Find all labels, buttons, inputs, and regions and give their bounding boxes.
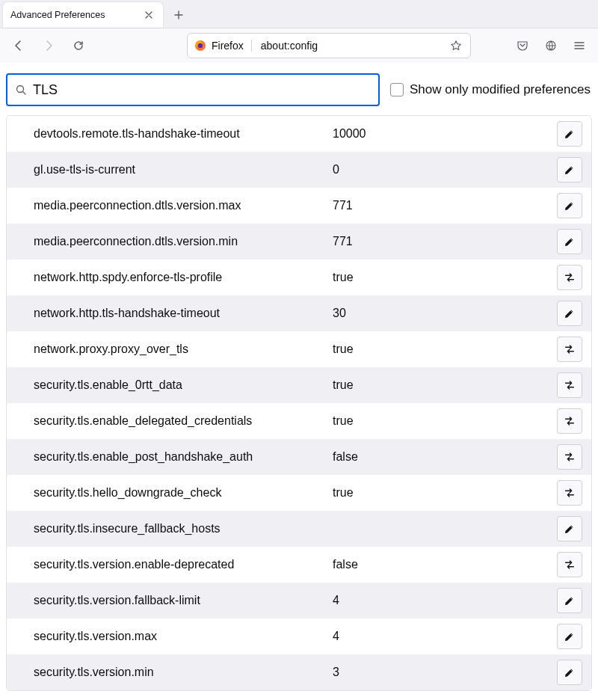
search-preferences-input-wrapper [6, 73, 380, 106]
toggle-icon [564, 271, 576, 283]
urlbar-identity-label: Firefox [212, 40, 252, 52]
pref-name: network.http.tls-handshake-timeout [34, 307, 333, 320]
edit-button[interactable] [557, 301, 582, 326]
pencil-icon [564, 236, 576, 248]
firefox-icon [194, 39, 207, 52]
edit-button[interactable] [557, 157, 582, 182]
pref-name: security.tls.version.enable-deprecated [34, 558, 333, 571]
pocket-icon[interactable] [511, 34, 534, 57]
pref-row: media.peerconnection.dtls.version.min771 [7, 224, 591, 260]
globe-icon[interactable] [540, 34, 562, 57]
edit-button[interactable] [557, 229, 582, 254]
pref-row: devtools.remote.tls-handshake-timeout100… [7, 116, 591, 152]
show-only-modified-label: Show only modified preferences [410, 82, 591, 97]
pref-value: false [333, 558, 557, 571]
pref-value: true [333, 378, 557, 392]
pencil-icon [564, 128, 576, 140]
pref-value: 10000 [333, 127, 557, 141]
new-tab-button[interactable] [167, 4, 190, 26]
toggle-button[interactable] [557, 552, 582, 577]
pref-row: security.tls.version.fallback-limit4 [7, 583, 591, 618]
edit-button[interactable] [557, 121, 582, 147]
reload-button[interactable] [67, 34, 90, 57]
edit-button[interactable] [557, 624, 582, 649]
pref-value: true [333, 271, 557, 284]
search-row: Show only modified preferences [0, 63, 598, 115]
search-preferences-input[interactable] [33, 82, 371, 98]
pref-name: security.tls.version.min [34, 666, 333, 679]
pref-name: media.peerconnection.dtls.version.min [34, 235, 333, 248]
pref-name: network.http.spdy.enforce-tls-profile [34, 271, 333, 284]
pref-value: true [333, 414, 557, 428]
pref-value: true [333, 343, 557, 356]
pref-row: security.tls.insecure_fallback_hosts [7, 511, 591, 547]
show-only-modified-checkbox[interactable]: Show only modified preferences [390, 82, 591, 97]
pencil-icon [564, 200, 576, 212]
pref-name: security.tls.insecure_fallback_hosts [34, 522, 333, 535]
pref-name: gl.use-tls-is-current [34, 163, 333, 176]
toggle-button[interactable] [557, 265, 582, 290]
pencil-icon [564, 523, 576, 535]
edit-button[interactable] [557, 588, 582, 613]
pencil-icon [564, 164, 576, 176]
pref-row: gl.use-tls-is-current0 [7, 152, 591, 188]
pref-row: network.http.spdy.enforce-tls-profiletru… [7, 260, 591, 295]
pref-value: 4 [333, 594, 557, 607]
edit-button[interactable] [557, 193, 582, 218]
pref-name: security.tls.hello_downgrade_check [34, 486, 333, 500]
pref-value: 4 [333, 630, 557, 643]
pref-value: false [333, 450, 557, 464]
search-icon [15, 84, 27, 96]
pref-row: network.http.tls-handshake-timeout30 [7, 295, 591, 331]
toggle-icon [564, 343, 576, 355]
forward-button[interactable] [37, 34, 60, 57]
pencil-icon [564, 307, 576, 319]
pref-row: security.tls.enable_0rtt_datatrue [7, 367, 591, 403]
toggle-button[interactable] [557, 337, 582, 362]
pref-value: true [333, 486, 557, 500]
pref-name: security.tls.enable_0rtt_data [34, 378, 333, 392]
pref-row: media.peerconnection.dtls.version.max771 [7, 188, 591, 224]
pref-row: security.tls.version.enable-deprecatedfa… [7, 547, 591, 583]
pref-row: security.tls.version.min3 [7, 654, 591, 690]
tab-title: Advanced Preferences [10, 10, 142, 20]
tab-bar: Advanced Preferences [0, 0, 598, 28]
toggle-button[interactable] [557, 480, 582, 506]
pref-value: 30 [333, 307, 557, 320]
bookmark-star-icon[interactable] [448, 34, 464, 57]
svg-point-1 [198, 43, 203, 48]
pref-row: security.tls.version.max4 [7, 618, 591, 654]
toggle-icon [564, 415, 576, 427]
close-icon[interactable] [142, 8, 155, 22]
pref-row: security.tls.enable_post_handshake_authf… [7, 439, 591, 475]
pref-name: security.tls.enable_post_handshake_auth [34, 450, 333, 464]
pref-value: 771 [333, 199, 557, 212]
pref-name: security.tls.version.fallback-limit [34, 594, 333, 607]
pref-name: media.peerconnection.dtls.version.max [34, 199, 333, 212]
back-button[interactable] [7, 34, 30, 57]
pencil-icon [564, 630, 576, 642]
pref-value: 771 [333, 235, 557, 248]
toggle-icon [564, 379, 576, 391]
toggle-button[interactable] [557, 408, 582, 434]
pref-value: 0 [333, 163, 557, 176]
pref-row: security.tls.enable_delegated_credential… [7, 403, 591, 439]
pref-name: network.proxy.proxy_over_tls [34, 343, 333, 356]
edit-button[interactable] [557, 516, 582, 541]
pref-name: devtools.remote.tls-handshake-timeout [34, 127, 333, 141]
browser-tab[interactable]: Advanced Preferences [3, 2, 163, 28]
pref-name: security.tls.enable_delegated_credential… [34, 414, 333, 428]
toggle-button[interactable] [557, 444, 582, 470]
menu-icon[interactable] [568, 34, 591, 57]
pref-row: network.proxy.proxy_over_tlstrue [7, 331, 591, 367]
toggle-icon [564, 559, 576, 571]
pref-value: 3 [333, 666, 557, 679]
preferences-table: devtools.remote.tls-handshake-timeout100… [6, 115, 592, 691]
url-bar[interactable]: Firefox about:config [187, 33, 471, 58]
toggle-icon [564, 487, 576, 499]
pencil-icon [564, 595, 576, 607]
edit-button[interactable] [557, 660, 582, 685]
pref-name: security.tls.version.max [34, 630, 333, 643]
toggle-button[interactable] [557, 372, 582, 398]
navigation-toolbar: Firefox about:config [0, 28, 598, 63]
